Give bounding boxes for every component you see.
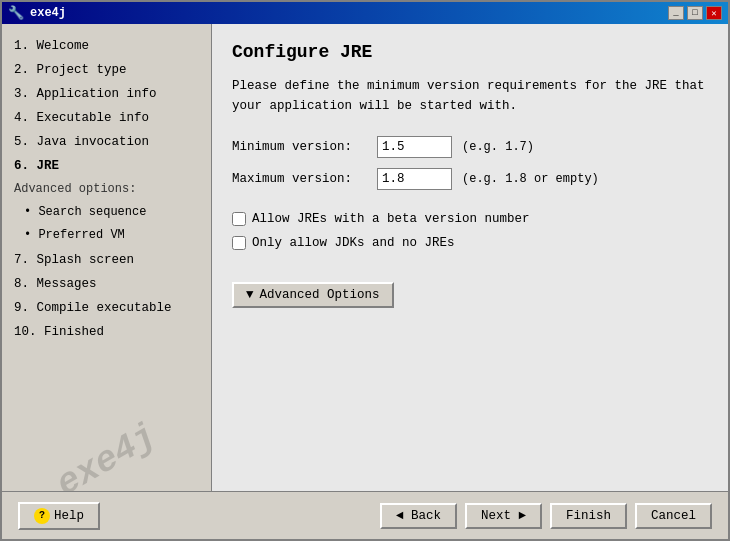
sidebar: 1. Welcome 2. Project type 3. Applicatio… <box>2 24 212 491</box>
app-title: exe4j <box>30 6 66 20</box>
jdk-only-checkbox[interactable] <box>232 236 246 250</box>
finish-label: Finish <box>566 509 611 523</box>
max-version-input[interactable] <box>377 168 452 190</box>
min-version-label: Minimum version: <box>232 140 377 154</box>
title-bar: 🔧 exe4j _ □ ✕ <box>2 2 728 24</box>
back-button[interactable]: ◄ Back <box>380 503 457 529</box>
title-bar-controls: _ □ ✕ <box>668 6 722 20</box>
maximize-button[interactable]: □ <box>687 6 703 20</box>
main-panel: Configure JRE Please define the minimum … <box>212 24 728 491</box>
help-button[interactable]: ? Help <box>18 502 100 530</box>
min-version-hint: (e.g. 1.7) <box>462 140 534 154</box>
cancel-button[interactable]: Cancel <box>635 503 712 529</box>
finish-button[interactable]: Finish <box>550 503 627 529</box>
footer-right: ◄ Back Next ► Finish Cancel <box>380 503 712 529</box>
app-icon: 🔧 <box>8 5 24 21</box>
max-version-hint: (e.g. 1.8 or empty) <box>462 172 599 186</box>
sidebar-item-project-type[interactable]: 2. Project type <box>10 58 203 82</box>
next-button[interactable]: Next ► <box>465 503 542 529</box>
footer: ? Help ◄ Back Next ► Finish Cancel <box>2 491 728 539</box>
cancel-label: Cancel <box>651 509 696 523</box>
sidebar-item-java-invocation[interactable]: 5. Java invocation <box>10 130 203 154</box>
max-version-label: Maximum version: <box>232 172 377 186</box>
sidebar-section-advanced: Advanced options: <box>10 178 203 201</box>
back-label: ◄ Back <box>396 509 441 523</box>
content-area: 1. Welcome 2. Project type 3. Applicatio… <box>2 24 728 491</box>
sidebar-item-application-info[interactable]: 3. Application info <box>10 82 203 106</box>
sidebar-item-welcome[interactable]: 1. Welcome <box>10 34 203 58</box>
advanced-options-label: Advanced Options <box>260 288 380 302</box>
main-content: Configure JRE Please define the minimum … <box>212 24 728 491</box>
max-version-row: Maximum version: (e.g. 1.8 or empty) <box>232 168 708 190</box>
page-title: Configure JRE <box>232 42 708 62</box>
sidebar-item-messages[interactable]: 8. Messages <box>10 272 203 296</box>
footer-left: ? Help <box>18 502 100 530</box>
watermark: exe4j <box>6 390 207 491</box>
help-label: Help <box>54 509 84 523</box>
sidebar-item-compile-executable[interactable]: 9. Compile executable <box>10 296 203 320</box>
sidebar-item-preferred-vm[interactable]: • Preferred VM <box>10 224 203 247</box>
min-version-row: Minimum version: (e.g. 1.7) <box>232 136 708 158</box>
beta-version-label: Allow JREs with a beta version number <box>252 212 530 226</box>
dropdown-icon: ▼ <box>246 288 254 302</box>
advanced-options-button[interactable]: ▼ Advanced Options <box>232 282 394 308</box>
close-button[interactable]: ✕ <box>706 6 722 20</box>
page-description: Please define the minimum version requir… <box>232 76 708 116</box>
jdk-only-row: Only allow JDKs and no JREs <box>232 236 708 250</box>
sidebar-item-jre[interactable]: 6. JRE <box>10 154 203 178</box>
help-icon: ? <box>34 508 50 524</box>
beta-version-row: Allow JREs with a beta version number <box>232 212 708 226</box>
beta-version-checkbox[interactable] <box>232 212 246 226</box>
sidebar-item-search-sequence[interactable]: • Search sequence <box>10 201 203 224</box>
title-bar-text: 🔧 exe4j <box>8 5 66 21</box>
main-window: 🔧 exe4j _ □ ✕ 1. Welcome 2. Project type… <box>0 0 730 541</box>
jdk-only-label: Only allow JDKs and no JREs <box>252 236 455 250</box>
min-version-input[interactable] <box>377 136 452 158</box>
next-label: Next ► <box>481 509 526 523</box>
minimize-button[interactable]: _ <box>668 6 684 20</box>
sidebar-item-executable-info[interactable]: 4. Executable info <box>10 106 203 130</box>
sidebar-item-finished[interactable]: 10. Finished <box>10 320 203 344</box>
sidebar-item-splash-screen[interactable]: 7. Splash screen <box>10 248 203 272</box>
